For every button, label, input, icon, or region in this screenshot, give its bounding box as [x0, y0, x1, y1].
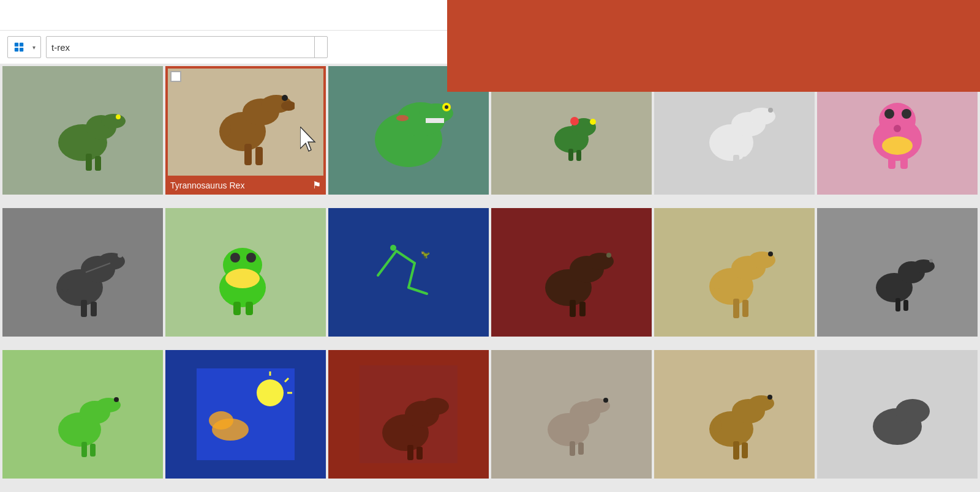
- dino-image: [817, 208, 978, 337]
- grid-item[interactable]: 🦖: [328, 208, 489, 337]
- image-grid: Tyrannosaurus Rex⚑🦖: [0, 64, 980, 492]
- search-input[interactable]: [47, 37, 307, 58]
- svg-point-67: [390, 245, 396, 251]
- item-checkbox[interactable]: [170, 71, 181, 82]
- svg-point-119: [713, 418, 722, 433]
- svg-rect-24: [426, 118, 444, 123]
- dino-image: [165, 208, 326, 337]
- flag-icon[interactable]: ⚑: [312, 179, 321, 191]
- svg-point-72: [606, 253, 611, 258]
- dino-image: [328, 350, 489, 479]
- svg-rect-112: [578, 442, 584, 455]
- dino-image: [165, 66, 326, 173]
- svg-rect-44: [888, 157, 895, 169]
- clear-button[interactable]: [307, 37, 314, 58]
- remix3d-icon: [13, 41, 25, 53]
- grid-item[interactable]: [165, 208, 326, 337]
- svg-rect-92: [81, 442, 87, 457]
- svg-rect-87: [903, 300, 908, 311]
- svg-rect-117: [733, 441, 739, 460]
- svg-point-53: [61, 277, 69, 292]
- svg-rect-52: [91, 302, 97, 316]
- grid-item[interactable]: [165, 350, 326, 479]
- svg-point-100: [209, 411, 233, 430]
- svg-text:🦖: 🦖: [421, 250, 430, 259]
- svg-point-29: [570, 117, 579, 125]
- grid-item[interactable]: [2, 350, 163, 479]
- svg-point-78: [768, 252, 773, 256]
- svg-point-110: [603, 398, 608, 403]
- dino-image: [491, 350, 652, 479]
- svg-rect-16: [255, 147, 263, 165]
- back-button[interactable]: [7, 6, 27, 25]
- svg-rect-30: [568, 149, 573, 161]
- svg-rect-79: [733, 299, 739, 318]
- chevron-down-icon: ▾: [32, 44, 36, 51]
- svg-rect-1: [20, 43, 23, 47]
- grid-item[interactable]: [654, 208, 815, 337]
- svg-point-59: [225, 269, 260, 288]
- svg-rect-94: [197, 368, 295, 460]
- svg-rect-3: [20, 48, 23, 51]
- svg-rect-60: [233, 302, 241, 315]
- svg-rect-8: [86, 154, 92, 171]
- svg-point-38: [712, 132, 721, 147]
- svg-point-91: [114, 397, 119, 402]
- dino-image: [817, 350, 978, 479]
- svg-rect-118: [742, 442, 748, 458]
- svg-rect-74: [579, 302, 586, 316]
- grid-item[interactable]: [328, 350, 489, 479]
- grid-item[interactable]: Tyrannosaurus Rex⚑: [165, 66, 326, 195]
- dino-image: [491, 208, 652, 337]
- grid-item[interactable]: [491, 208, 652, 337]
- svg-rect-106: [417, 447, 423, 460]
- svg-point-23: [445, 105, 448, 109]
- svg-rect-9: [95, 156, 101, 171]
- grid-item[interactable]: [2, 66, 163, 195]
- svg-point-41: [884, 109, 894, 119]
- svg-rect-86: [895, 298, 900, 311]
- svg-point-81: [712, 275, 721, 290]
- svg-point-57: [230, 253, 240, 263]
- svg-rect-80: [742, 300, 748, 317]
- grid-item[interactable]: [654, 350, 815, 479]
- svg-rect-37: [742, 157, 748, 174]
- svg-rect-111: [570, 441, 575, 456]
- search-button[interactable]: [314, 37, 327, 58]
- svg-point-58: [246, 253, 256, 263]
- svg-point-121: [895, 399, 930, 423]
- source-selector[interactable]: ▾: [7, 36, 41, 58]
- svg-point-7: [116, 114, 121, 119]
- svg-point-6: [101, 114, 126, 129]
- svg-rect-45: [900, 157, 908, 169]
- search-input-wrapper: [46, 36, 328, 58]
- dino-image: [654, 208, 815, 337]
- svg-rect-105: [407, 445, 413, 460]
- grid-item[interactable]: [817, 208, 978, 337]
- item-label: Tyrannosaurus Rex⚑: [165, 176, 326, 195]
- svg-rect-15: [244, 144, 252, 165]
- item-label-text: Tyrannosaurus Rex: [170, 181, 244, 190]
- svg-rect-2: [15, 48, 18, 51]
- svg-rect-0: [15, 43, 18, 47]
- svg-rect-51: [81, 300, 87, 317]
- svg-rect-61: [246, 302, 253, 315]
- dino-image: [654, 350, 815, 479]
- svg-point-50: [118, 253, 123, 258]
- dino-image: [2, 66, 163, 195]
- grid-item[interactable]: [2, 208, 163, 337]
- svg-point-43: [882, 136, 913, 155]
- grid-item[interactable]: [491, 350, 652, 479]
- svg-point-95: [257, 379, 284, 406]
- dino-image: [165, 350, 326, 479]
- grid-item[interactable]: [817, 350, 978, 479]
- svg-point-42: [902, 109, 911, 119]
- svg-rect-73: [570, 300, 576, 317]
- svg-point-85: [929, 259, 933, 263]
- svg-point-46: [894, 125, 901, 132]
- svg-point-35: [768, 108, 773, 113]
- svg-rect-93: [90, 444, 96, 457]
- svg-rect-36: [733, 155, 739, 174]
- svg-point-17: [221, 120, 231, 137]
- svg-point-28: [590, 119, 596, 125]
